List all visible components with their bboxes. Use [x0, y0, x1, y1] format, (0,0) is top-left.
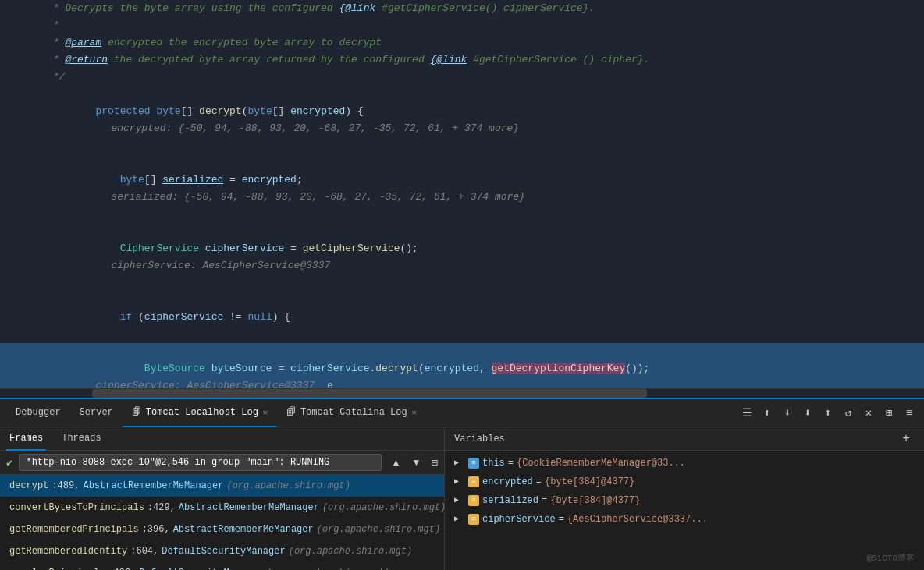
- code-line-4: * @return the decrypted byte array retur…: [0, 51, 924, 69]
- frame-item-5[interactable]: resolvePrincipals :492, DefaultSecurityM…: [0, 562, 444, 570]
- tab-close-tomcat-catalina[interactable]: ✕: [412, 408, 417, 417]
- thread-prev-button[interactable]: ▲: [388, 454, 405, 471]
- tab-frames[interactable]: Frames: [6, 427, 46, 451]
- code-line-5: */: [0, 69, 924, 86]
- tab-tomcat-localhost[interactable]: 🗐 Tomcat Localhost Log ✕: [123, 399, 277, 427]
- var-item-cipherservice[interactable]: ▶ ≡ cipherService = {AesCipherService@33…: [445, 510, 924, 529]
- var-icon-serialized: ≡: [468, 495, 479, 506]
- var-icon-this: ≡: [468, 458, 479, 469]
- frame-item-2[interactable]: convertBytesToPrincipals :429, AbstractR…: [0, 497, 444, 519]
- thread-select[interactable]: *http-nio-8088-exec-10"@2,546 in group "…: [19, 454, 381, 471]
- watermark: @51CTO博客: [866, 552, 915, 564]
- var-item-encrypted[interactable]: ▶ ≡ encrypted = {byte[384]@4377}: [445, 473, 924, 491]
- code-editor: * Decrypts the byte array using the conf…: [0, 0, 924, 398]
- list-icon[interactable]: ≡: [901, 405, 918, 422]
- frame-item-4[interactable]: getRememberedIdentity :604, DefaultSecur…: [0, 540, 444, 562]
- var-expand-serialized[interactable]: ▶: [454, 494, 465, 508]
- var-expand-encrypted[interactable]: ▶: [454, 475, 465, 489]
- variables-list: ▶ ≡ this = {CookieRememberMeManager@33..…: [445, 451, 924, 570]
- var-icon-cipherservice: ≡: [468, 514, 479, 525]
- editor-scrollbar[interactable]: [0, 388, 924, 398]
- debugger-tabs-bar: Debugger Server 🗐 Tomcat Localhost Log ✕…: [0, 399, 924, 427]
- code-line-7: byte[] serialized = encrypted; serialize…: [0, 154, 924, 223]
- up-arrow-icon[interactable]: ⬆: [759, 405, 776, 422]
- debugger-toolbar: ☰ ⬆ ⬇ ⬇ ⬆ ↺ ✕ ⊞ ≡: [738, 405, 918, 422]
- code-line-2: *: [0, 17, 924, 34]
- frames-panel: Frames Threads ✔ *http-nio-8088-exec-10"…: [0, 427, 445, 570]
- var-item-serialized[interactable]: ▶ ≡ serialized = {byte[384]@4377}: [445, 491, 924, 510]
- stop-icon[interactable]: ✕: [860, 405, 877, 422]
- upload-icon[interactable]: ⬆: [819, 405, 837, 422]
- code-line-1: * Decrypts the byte array using the conf…: [0, 0, 924, 17]
- thread-next-button[interactable]: ▼: [408, 454, 425, 471]
- restart-icon[interactable]: ↺: [840, 405, 857, 422]
- frame-item-1[interactable]: decrypt :489, AbstractRememberMeManager …: [0, 475, 444, 497]
- tab-server[interactable]: Server: [70, 399, 123, 427]
- var-expand-this[interactable]: ▶: [454, 456, 465, 470]
- var-expand-cipherservice[interactable]: ▶: [454, 512, 465, 526]
- filter-icon[interactable]: ⊟: [432, 456, 438, 469]
- tab-close-tomcat-localhost[interactable]: ✕: [263, 408, 268, 417]
- thread-running-icon: ✔: [6, 456, 12, 469]
- variables-panel: Variables + ▶ ≡ this = {CookieRememberMe…: [445, 427, 924, 570]
- tab-threads[interactable]: Threads: [59, 427, 104, 451]
- debugger-panel: Debugger Server 🗐 Tomcat Localhost Log ✕…: [0, 398, 924, 570]
- down-arrow-icon[interactable]: ⬇: [779, 405, 796, 422]
- debugger-content: Frames Threads ✔ *http-nio-8088-exec-10"…: [0, 427, 924, 570]
- code-line-3: * @param encrypted the encrypted byte ar…: [0, 34, 924, 51]
- menu-icon[interactable]: ☰: [738, 405, 755, 422]
- code-line-6: protected byte[] decrypt(byte[] encrypte…: [0, 86, 924, 154]
- tab-debugger[interactable]: Debugger: [6, 399, 70, 427]
- var-item-this[interactable]: ▶ ≡ this = {CookieRememberMeManager@33..…: [445, 454, 924, 473]
- code-content: * Decrypts the byte array using the conf…: [0, 0, 924, 398]
- tab-tomcat-catalina[interactable]: 🗐 Tomcat Catalina Log ✕: [277, 399, 426, 427]
- grid-icon[interactable]: ⊞: [880, 405, 897, 422]
- frame-item-3[interactable]: getRememberedPrincipals :396, AbstractRe…: [0, 519, 444, 540]
- frames-list: decrypt :489, AbstractRememberMeManager …: [0, 475, 444, 570]
- variables-header: Variables +: [445, 427, 924, 451]
- thread-nav-buttons: ▲ ▼: [388, 454, 425, 471]
- thread-selector-row: ✔ *http-nio-8088-exec-10"@2,546 in group…: [0, 451, 444, 475]
- code-line-9: if (cipherService != null) {: [0, 292, 924, 343]
- code-line-8: CipherService cipherService = getCipherS…: [0, 223, 924, 292]
- add-variable-button[interactable]: +: [897, 430, 915, 448]
- var-icon-encrypted: ≡: [468, 476, 479, 487]
- download-icon[interactable]: ⬇: [799, 405, 816, 422]
- frames-threads-tabs: Frames Threads: [0, 427, 444, 451]
